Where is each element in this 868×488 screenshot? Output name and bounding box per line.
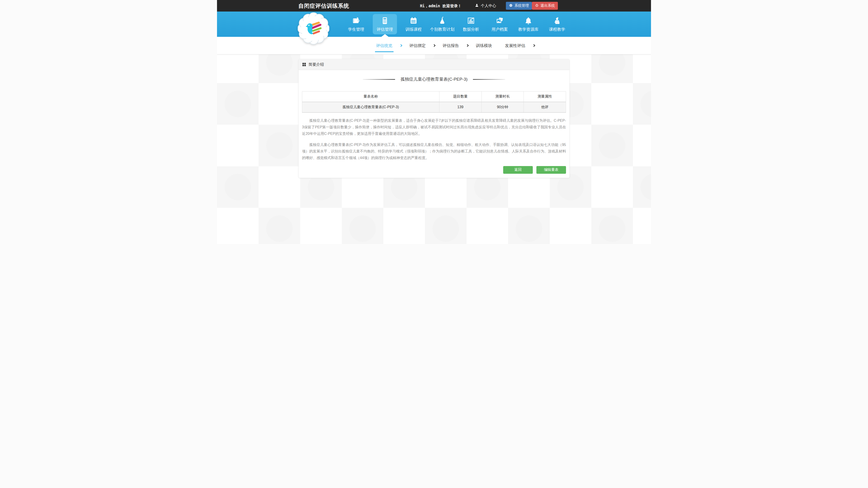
table-row: 孤独症儿童心理教育量表(C-PEP-3) 139 90分钟 他评: [302, 102, 566, 112]
nav-label: 用户档案: [492, 27, 508, 32]
decorative-line-left: [363, 79, 395, 80]
scale-title-row: 孤独症儿童心理教育量表(C-PEP-3): [302, 76, 566, 82]
system-manage-label: 系统管理: [515, 3, 529, 8]
button-row: 返回 编辑量表: [302, 166, 566, 174]
profile-link[interactable]: 个人中心: [475, 3, 496, 8]
system-manage-button[interactable]: 系统管理: [506, 2, 532, 10]
wallet-icon: [352, 17, 360, 25]
table-header-item-count: 题目数量: [439, 92, 482, 102]
subnav-item-assessment-report[interactable]: 评估报告: [442, 43, 459, 48]
nav-items: 学生管理 评估管理: [342, 11, 571, 37]
cell-attribute: 他评: [524, 102, 566, 112]
description-paragraph-1: 孤独症儿童心理教育量表(C-PEP-3)是一种新型的发展量表，适合于身心发展处于…: [302, 117, 566, 137]
grid-icon: [302, 63, 306, 66]
sub-nav: 评估统览 评估绑定 评估报告 训练模块 发展性评估: [217, 37, 651, 55]
photos-icon: [495, 17, 504, 25]
profile-label: 个人中心: [481, 3, 496, 8]
chevron-right-icon: [433, 44, 436, 47]
table-header-attribute: 测量属性: [524, 92, 566, 102]
nav-label: 训练课程: [405, 27, 422, 32]
cell-scale-name: 孤独症儿童心理教育量表(C-PEP-3): [302, 102, 439, 112]
edit-scale-button[interactable]: 编辑量表: [536, 166, 566, 174]
scale-table: 量表名称 题目数量 测量时长 测量属性 孤独症儿童心理教育量表(C-PEP-3)…: [302, 91, 566, 113]
app-logo: [298, 12, 329, 44]
subnav-item-developmental-assessment[interactable]: 发展性评估: [505, 43, 525, 48]
card-header: 简要介绍: [299, 59, 569, 70]
back-button[interactable]: 返回: [503, 166, 533, 174]
nav-label: 课程教学: [549, 27, 565, 32]
description-paragraph-2: 孤独症儿童心理教育量表(C-PEP-3)作为发展评估工具，可以描述孤独症儿童在模…: [302, 141, 566, 161]
card-header-title: 简要介绍: [309, 62, 324, 67]
bell-icon: [524, 17, 532, 25]
table-header-row: 量表名称 题目数量 测量时长 测量属性: [302, 92, 566, 102]
nav-item-assessment-management[interactable]: 评估管理: [370, 11, 399, 37]
nav-item-iep[interactable]: 个别教育计划: [428, 11, 457, 37]
cell-duration: 90分钟: [482, 102, 524, 112]
nav-label: 教学资源库: [518, 27, 539, 32]
nav-item-training-course[interactable]: 训练课程: [399, 11, 428, 37]
nav-item-teaching-resources[interactable]: 教学资源库: [514, 11, 543, 37]
nav-label: 数据分析: [463, 27, 479, 32]
decorative-line-right: [473, 79, 505, 80]
subnav-item-training-module[interactable]: 训练模块: [476, 43, 492, 48]
nav-label: 个别教育计划: [430, 27, 455, 32]
user-icon: [475, 3, 479, 8]
intro-card: 简要介绍 孤独症儿童心理教育量表(C-PEP-3) 量表名称 题目数量 测量时长…: [298, 59, 569, 178]
nav-item-student-management[interactable]: 学生管理: [342, 11, 370, 37]
subnav-item-assessment-binding[interactable]: 评估绑定: [409, 43, 426, 48]
nav-label: 评估管理: [377, 27, 393, 32]
chevron-right-icon: [466, 44, 469, 47]
top-bar: 自闭症评估训练系统 Hi，admin 欢迎登录！ 个人中心: [217, 0, 651, 11]
chevron-right-icon: [399, 44, 402, 47]
nav-item-course-teaching[interactable]: 课程教学: [543, 11, 571, 37]
logout-label: 退出系统: [540, 3, 555, 8]
subnav-item-assessment-overview[interactable]: 评估统览: [376, 43, 393, 48]
calendar-icon: [409, 17, 418, 25]
nav-item-data-analysis[interactable]: 数据分析: [457, 11, 485, 37]
subnav-items: 评估统览 评估绑定 评估报告 训练模块 发展性评估: [376, 37, 535, 54]
chevron-right-icon: [532, 44, 535, 47]
page: 自闭症评估训练系统 Hi，admin 欢迎登录！ 个人中心: [217, 0, 651, 244]
nav-item-user-archives[interactable]: 用户档案: [485, 11, 514, 37]
cell-item-count: 139: [439, 102, 482, 112]
calculator-icon: [381, 17, 389, 25]
card-body: 孤独症儿童心理教育量表(C-PEP-3) 量表名称 题目数量 测量时长 测量属性…: [299, 76, 569, 178]
nav-label: 学生管理: [348, 27, 364, 32]
power-icon: [535, 3, 539, 8]
app-title: 自闭症评估训练系统: [298, 2, 349, 9]
chart-icon: [467, 17, 475, 25]
books-icon: [553, 17, 561, 25]
main-nav: 学生管理 评估管理: [217, 11, 651, 37]
flask-icon: [438, 17, 446, 25]
gear-icon: [509, 3, 513, 8]
logout-button[interactable]: 退出系统: [532, 2, 558, 10]
welcome-text: Hi，admin 欢迎登录！: [420, 3, 462, 8]
table-header-scale-name: 量表名称: [302, 92, 439, 102]
table-header-duration: 测量时长: [482, 92, 524, 102]
scale-title: 孤独症儿童心理教育量表(C-PEP-3): [401, 76, 468, 82]
